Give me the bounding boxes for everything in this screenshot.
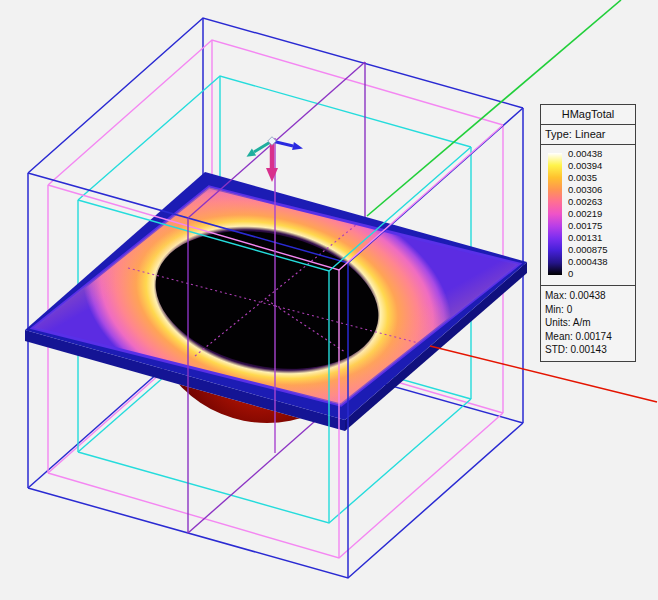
legend-title: HMagTotal — [541, 105, 635, 125]
normal-arrow-icon — [266, 168, 278, 182]
simulation-viewport-window: HMagTotal Type: Linear 0.00438 0.00394 0… — [0, 0, 658, 600]
scale-tick: 0.00438 — [568, 149, 634, 158]
u-axis-arrow-icon — [292, 142, 303, 150]
scale-tick: 0.00175 — [568, 221, 634, 230]
field-plot-plane[interactable] — [25, 172, 527, 431]
legend-scale-type: Type: Linear — [541, 125, 635, 145]
scale-tick: 0.00394 — [568, 161, 634, 170]
legend-colorbar[interactable] — [548, 153, 562, 275]
scale-tick: 0.00131 — [568, 233, 634, 242]
scale-tick: 0.00306 — [568, 185, 634, 194]
stat-std: STD: 0.00143 — [545, 343, 631, 357]
field-legend-panel[interactable]: HMagTotal Type: Linear 0.00438 0.00394 0… — [540, 104, 636, 362]
legend-scale-area: 0.00438 0.00394 0.0035 0.00306 0.00263 0… — [541, 145, 635, 286]
stat-mean: Mean: 0.00174 — [545, 330, 631, 344]
stat-units: Units: A/m — [545, 316, 631, 330]
stat-min: Min: 0 — [545, 303, 631, 317]
scale-tick: 0.00219 — [568, 209, 634, 218]
scale-tick: 0 — [568, 269, 634, 278]
scale-tick: 0.000438 — [568, 257, 634, 266]
stat-max: Max: 0.00438 — [545, 289, 631, 303]
scale-tick: 0.000875 — [568, 245, 634, 254]
legend-tick-labels: 0.00438 0.00394 0.0035 0.00306 0.00263 0… — [568, 149, 634, 278]
scale-tick: 0.0035 — [568, 173, 634, 182]
scale-tick: 0.00263 — [568, 197, 634, 206]
legend-statistics: Max: 0.00438 Min: 0 Units: A/m Mean: 0.0… — [541, 286, 635, 361]
